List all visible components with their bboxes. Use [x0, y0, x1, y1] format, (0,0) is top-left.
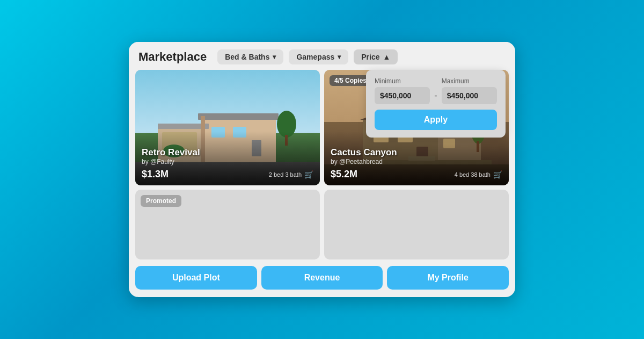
marketplace-window: Marketplace Bed & Baths ▾ Gamepass ▾ Pri… — [129, 42, 515, 297]
max-price-input[interactable] — [442, 87, 497, 104]
card-details-cactus: 4 bed 38 bath 🛒 — [455, 170, 502, 179]
card-bottom-cactus: $5.2M 4 bed 38 bath 🛒 — [331, 169, 502, 180]
apply-button[interactable]: Apply — [375, 110, 497, 130]
bed-baths-filter-button[interactable]: Bed & Baths ▾ — [217, 49, 283, 64]
gamepass-chevron-icon: ▾ — [338, 53, 341, 61]
card-price-cactus: $5.2M — [331, 169, 357, 180]
cart-icon-retro[interactable]: 🛒 — [304, 170, 313, 179]
promoted-card[interactable]: Promoted — [135, 190, 320, 259]
copies-badge: 4/5 Copies — [330, 75, 371, 86]
card-retro-revival[interactable]: Retro Revival by @Faulty $1.3M 2 bed 3 b… — [135, 70, 320, 185]
price-label: Price — [361, 53, 379, 61]
min-price-label: Minimum — [375, 77, 430, 85]
upload-plot-button[interactable]: Upload Plot — [135, 266, 257, 290]
price-dash: - — [434, 91, 437, 100]
card-title-retro: Retro Revival — [142, 147, 313, 158]
card-bottom-retro: $1.3M 2 bed 3 bath 🛒 — [142, 169, 313, 180]
page-title: Marketplace — [138, 50, 207, 64]
card-author-retro: by @Faulty — [142, 158, 313, 165]
svg-rect-2 — [198, 113, 279, 120]
gamepass-filter-button[interactable]: Gamepass ▾ — [289, 49, 348, 64]
empty-card-2 — [324, 190, 509, 259]
header-bar: Marketplace Bed & Baths ▾ Gamepass ▾ Pri… — [129, 42, 515, 70]
card-details-retro: 2 bed 3 bath 🛒 — [269, 170, 313, 179]
max-price-col: Maximum — [442, 77, 497, 104]
bed-baths-label: Bed & Baths — [225, 53, 269, 61]
card-overlay-cactus: Cactus Canyon by @Peetahbread $5.2M 4 be… — [324, 131, 509, 185]
card-overlay-retro: Retro Revival by @Faulty $1.3M 2 bed 3 b… — [135, 131, 320, 185]
price-filter-button[interactable]: Price ▲ — [354, 49, 398, 64]
promoted-badge: Promoted — [141, 195, 181, 207]
min-price-input[interactable] — [375, 87, 430, 104]
gamepass-label: Gamepass — [296, 53, 334, 61]
card-author-cactus: by @Peetahbread — [331, 158, 502, 165]
price-chevron-icon: ▲ — [383, 53, 391, 61]
price-dropdown: Minimum - Maximum Apply — [366, 70, 506, 138]
empty-cards-grid: Promoted — [129, 190, 515, 259]
min-price-col: Minimum — [375, 77, 430, 104]
bed-baths-chevron-icon: ▾ — [273, 53, 276, 61]
card-price-retro: $1.3M — [142, 169, 169, 180]
my-profile-button[interactable]: My Profile — [387, 266, 509, 290]
card-title-cactus: Cactus Canyon — [331, 147, 502, 158]
bottom-buttons-bar: Upload Plot Revenue My Profile — [129, 266, 515, 297]
cart-icon-cactus[interactable]: 🛒 — [493, 170, 502, 179]
revenue-button[interactable]: Revenue — [261, 266, 383, 290]
max-price-label: Maximum — [442, 77, 497, 85]
